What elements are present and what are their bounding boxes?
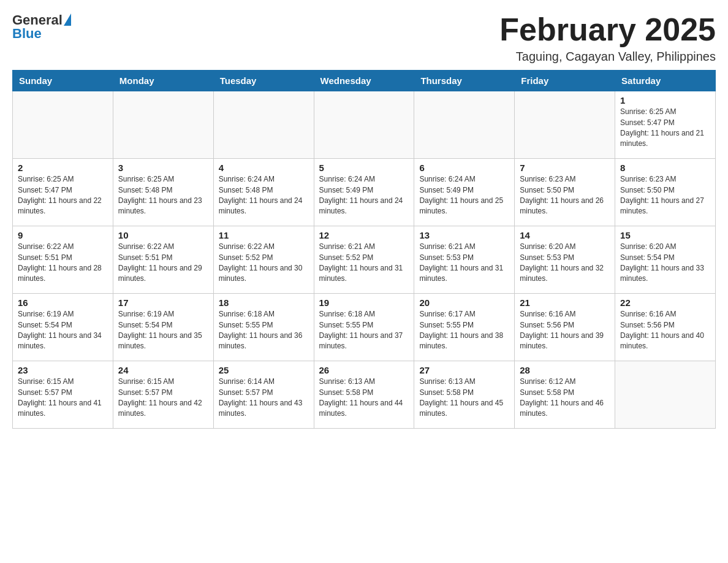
day-info: Sunrise: 6:25 AM Sunset: 5:48 PM Dayligh… bbox=[118, 174, 208, 217]
calendar-day-cell: 9Sunrise: 6:22 AM Sunset: 5:51 PM Daylig… bbox=[13, 226, 113, 294]
day-info: Sunrise: 6:23 AM Sunset: 5:50 PM Dayligh… bbox=[620, 174, 710, 217]
day-info: Sunrise: 6:22 AM Sunset: 5:52 PM Dayligh… bbox=[219, 242, 309, 285]
calendar-day-cell: 2Sunrise: 6:25 AM Sunset: 5:47 PM Daylig… bbox=[13, 159, 113, 226]
calendar-week-row: 9Sunrise: 6:22 AM Sunset: 5:51 PM Daylig… bbox=[13, 226, 716, 294]
calendar-week-row: 2Sunrise: 6:25 AM Sunset: 5:47 PM Daylig… bbox=[13, 159, 716, 226]
day-info: Sunrise: 6:16 AM Sunset: 5:56 PM Dayligh… bbox=[520, 309, 610, 352]
day-of-week-header: Sunday bbox=[13, 71, 113, 91]
day-number: 3 bbox=[118, 163, 208, 173]
calendar-day-cell: 3Sunrise: 6:25 AM Sunset: 5:48 PM Daylig… bbox=[113, 159, 213, 226]
day-number: 9 bbox=[18, 230, 108, 240]
day-info: Sunrise: 6:15 AM Sunset: 5:57 PM Dayligh… bbox=[18, 377, 108, 419]
day-number: 6 bbox=[419, 163, 509, 173]
day-info: Sunrise: 6:16 AM Sunset: 5:56 PM Dayligh… bbox=[620, 309, 710, 352]
day-number: 18 bbox=[219, 297, 309, 308]
calendar-day-cell: 8Sunrise: 6:23 AM Sunset: 5:50 PM Daylig… bbox=[615, 159, 716, 226]
day-number: 10 bbox=[118, 230, 208, 240]
calendar-day-cell: 22Sunrise: 6:16 AM Sunset: 5:56 PM Dayli… bbox=[615, 294, 716, 361]
calendar-day-cell: 19Sunrise: 6:18 AM Sunset: 5:55 PM Dayli… bbox=[314, 294, 414, 361]
day-number: 5 bbox=[319, 163, 409, 173]
calendar-body: 1Sunrise: 6:25 AM Sunset: 5:47 PM Daylig… bbox=[13, 91, 716, 429]
day-info: Sunrise: 6:19 AM Sunset: 5:54 PM Dayligh… bbox=[18, 309, 108, 352]
day-number: 24 bbox=[118, 365, 208, 375]
logo-blue-text: Blue bbox=[12, 26, 42, 41]
day-number: 27 bbox=[419, 365, 509, 375]
day-number: 22 bbox=[620, 297, 710, 308]
calendar-week-row: 1Sunrise: 6:25 AM Sunset: 5:47 PM Daylig… bbox=[13, 91, 716, 159]
calendar-day-cell bbox=[113, 91, 213, 159]
logo-triangle-icon bbox=[64, 13, 71, 26]
header-row: SundayMondayTuesdayWednesdayThursdayFrid… bbox=[13, 71, 716, 91]
day-info: Sunrise: 6:13 AM Sunset: 5:58 PM Dayligh… bbox=[419, 377, 509, 419]
calendar-day-cell: 20Sunrise: 6:17 AM Sunset: 5:55 PM Dayli… bbox=[414, 294, 515, 361]
calendar-day-cell: 14Sunrise: 6:20 AM Sunset: 5:53 PM Dayli… bbox=[515, 226, 615, 294]
day-info: Sunrise: 6:24 AM Sunset: 5:48 PM Dayligh… bbox=[219, 174, 309, 217]
day-number: 17 bbox=[118, 297, 208, 308]
day-info: Sunrise: 6:22 AM Sunset: 5:51 PM Dayligh… bbox=[18, 242, 108, 285]
calendar-day-cell bbox=[13, 91, 113, 159]
day-info: Sunrise: 6:20 AM Sunset: 5:54 PM Dayligh… bbox=[620, 242, 710, 285]
calendar-day-cell: 11Sunrise: 6:22 AM Sunset: 5:52 PM Dayli… bbox=[213, 226, 314, 294]
day-number: 28 bbox=[520, 365, 610, 375]
calendar-day-cell: 27Sunrise: 6:13 AM Sunset: 5:58 PM Dayli… bbox=[414, 361, 515, 429]
calendar-day-cell: 28Sunrise: 6:12 AM Sunset: 5:58 PM Dayli… bbox=[515, 361, 615, 429]
day-of-week-header: Wednesday bbox=[314, 71, 414, 91]
day-number: 13 bbox=[419, 230, 509, 240]
day-info: Sunrise: 6:25 AM Sunset: 5:47 PM Dayligh… bbox=[18, 174, 108, 217]
day-number: 8 bbox=[620, 163, 710, 173]
calendar-day-cell bbox=[213, 91, 314, 159]
calendar-day-cell: 4Sunrise: 6:24 AM Sunset: 5:48 PM Daylig… bbox=[213, 159, 314, 226]
calendar-day-cell: 13Sunrise: 6:21 AM Sunset: 5:53 PM Dayli… bbox=[414, 226, 515, 294]
calendar-day-cell: 17Sunrise: 6:19 AM Sunset: 5:54 PM Dayli… bbox=[113, 294, 213, 361]
day-number: 2 bbox=[18, 163, 108, 173]
day-info: Sunrise: 6:15 AM Sunset: 5:57 PM Dayligh… bbox=[118, 377, 208, 419]
day-of-week-header: Monday bbox=[113, 71, 213, 91]
calendar-day-cell bbox=[314, 91, 414, 159]
month-title: February 2025 bbox=[499, 12, 716, 47]
calendar-day-cell: 10Sunrise: 6:22 AM Sunset: 5:51 PM Dayli… bbox=[113, 226, 213, 294]
day-number: 4 bbox=[219, 163, 309, 173]
calendar-week-row: 16Sunrise: 6:19 AM Sunset: 5:54 PM Dayli… bbox=[13, 294, 716, 361]
calendar-day-cell: 25Sunrise: 6:14 AM Sunset: 5:57 PM Dayli… bbox=[213, 361, 314, 429]
day-info: Sunrise: 6:12 AM Sunset: 5:58 PM Dayligh… bbox=[520, 377, 610, 419]
day-of-week-header: Thursday bbox=[414, 71, 515, 91]
calendar-day-cell: 12Sunrise: 6:21 AM Sunset: 5:52 PM Dayli… bbox=[314, 226, 414, 294]
day-info: Sunrise: 6:24 AM Sunset: 5:49 PM Dayligh… bbox=[419, 174, 509, 217]
page-header: General Blue February 2025 Taguing, Caga… bbox=[12, 12, 716, 64]
logo: General Blue bbox=[12, 12, 71, 42]
calendar-day-cell: 18Sunrise: 6:18 AM Sunset: 5:55 PM Dayli… bbox=[213, 294, 314, 361]
day-info: Sunrise: 6:25 AM Sunset: 5:47 PM Dayligh… bbox=[620, 107, 710, 150]
calendar-day-cell: 7Sunrise: 6:23 AM Sunset: 5:50 PM Daylig… bbox=[515, 159, 615, 226]
day-number: 7 bbox=[520, 163, 610, 173]
day-number: 1 bbox=[620, 95, 710, 105]
day-number: 19 bbox=[319, 297, 409, 308]
day-info: Sunrise: 6:13 AM Sunset: 5:58 PM Dayligh… bbox=[319, 377, 409, 419]
day-info: Sunrise: 6:20 AM Sunset: 5:53 PM Dayligh… bbox=[520, 242, 610, 285]
day-number: 14 bbox=[520, 230, 610, 240]
day-info: Sunrise: 6:23 AM Sunset: 5:50 PM Dayligh… bbox=[520, 174, 610, 217]
location-subtitle: Taguing, Cagayan Valley, Philippines bbox=[499, 50, 716, 64]
day-info: Sunrise: 6:17 AM Sunset: 5:55 PM Dayligh… bbox=[419, 309, 509, 352]
day-number: 23 bbox=[18, 365, 108, 375]
calendar-day-cell: 24Sunrise: 6:15 AM Sunset: 5:57 PM Dayli… bbox=[113, 361, 213, 429]
calendar-day-cell: 15Sunrise: 6:20 AM Sunset: 5:54 PM Dayli… bbox=[615, 226, 716, 294]
day-info: Sunrise: 6:21 AM Sunset: 5:52 PM Dayligh… bbox=[319, 242, 409, 285]
calendar-day-cell: 23Sunrise: 6:15 AM Sunset: 5:57 PM Dayli… bbox=[13, 361, 113, 429]
calendar-day-cell: 26Sunrise: 6:13 AM Sunset: 5:58 PM Dayli… bbox=[314, 361, 414, 429]
calendar-day-cell: 6Sunrise: 6:24 AM Sunset: 5:49 PM Daylig… bbox=[414, 159, 515, 226]
day-number: 11 bbox=[219, 230, 309, 240]
calendar-day-cell: 1Sunrise: 6:25 AM Sunset: 5:47 PM Daylig… bbox=[615, 91, 716, 159]
day-info: Sunrise: 6:22 AM Sunset: 5:51 PM Dayligh… bbox=[118, 242, 208, 285]
calendar-day-cell: 21Sunrise: 6:16 AM Sunset: 5:56 PM Dayli… bbox=[515, 294, 615, 361]
day-info: Sunrise: 6:18 AM Sunset: 5:55 PM Dayligh… bbox=[219, 309, 309, 352]
day-number: 20 bbox=[419, 297, 509, 308]
day-info: Sunrise: 6:24 AM Sunset: 5:49 PM Dayligh… bbox=[319, 174, 409, 217]
day-of-week-header: Saturday bbox=[615, 71, 716, 91]
day-number: 15 bbox=[620, 230, 710, 240]
calendar-week-row: 23Sunrise: 6:15 AM Sunset: 5:57 PM Dayli… bbox=[13, 361, 716, 429]
calendar-day-cell bbox=[414, 91, 515, 159]
calendar-day-cell bbox=[515, 91, 615, 159]
day-of-week-header: Tuesday bbox=[213, 71, 314, 91]
day-info: Sunrise: 6:19 AM Sunset: 5:54 PM Dayligh… bbox=[118, 309, 208, 352]
day-number: 21 bbox=[520, 297, 610, 308]
